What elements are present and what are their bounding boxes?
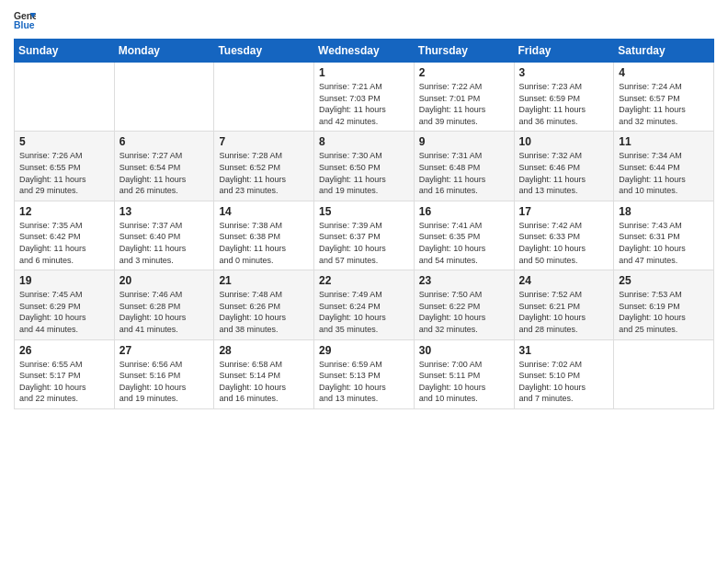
calendar-cell: 19Sunrise: 7:45 AM Sunset: 6:29 PM Dayli… (15, 270, 115, 339)
logo: General Blue (14, 9, 36, 31)
day-info: Sunrise: 7:21 AM Sunset: 7:03 PM Dayligh… (319, 81, 409, 127)
day-info: Sunrise: 7:37 AM Sunset: 6:40 PM Dayligh… (119, 220, 210, 266)
calendar-cell: 31Sunrise: 7:02 AM Sunset: 5:10 PM Dayli… (514, 339, 614, 408)
day-info: Sunrise: 6:55 AM Sunset: 5:17 PM Dayligh… (19, 359, 109, 405)
calendar-cell (114, 63, 214, 132)
calendar-table: SundayMondayTuesdayWednesdayThursdayFrid… (14, 39, 714, 409)
day-number: 29 (319, 344, 409, 357)
day-info: Sunrise: 7:41 AM Sunset: 6:35 PM Dayligh… (419, 220, 509, 266)
day-number: 19 (19, 274, 109, 287)
calendar-week-row: 12Sunrise: 7:35 AM Sunset: 6:42 PM Dayli… (15, 201, 714, 270)
day-info: Sunrise: 7:30 AM Sunset: 6:50 PM Dayligh… (319, 150, 409, 196)
calendar-cell: 23Sunrise: 7:50 AM Sunset: 6:22 PM Dayli… (414, 270, 514, 339)
calendar-cell: 16Sunrise: 7:41 AM Sunset: 6:35 PM Dayli… (414, 201, 514, 270)
day-info: Sunrise: 7:28 AM Sunset: 6:52 PM Dayligh… (219, 150, 309, 196)
weekday-header-sunday: Sunday (15, 40, 115, 63)
calendar-cell: 27Sunrise: 6:56 AM Sunset: 5:16 PM Dayli… (114, 339, 214, 408)
calendar-cell: 9Sunrise: 7:31 AM Sunset: 6:48 PM Daylig… (414, 132, 514, 201)
day-info: Sunrise: 7:26 AM Sunset: 6:55 PM Dayligh… (19, 150, 109, 196)
calendar-cell: 1Sunrise: 7:21 AM Sunset: 7:03 PM Daylig… (314, 63, 415, 132)
day-number: 1 (319, 66, 409, 79)
calendar-cell: 11Sunrise: 7:34 AM Sunset: 6:44 PM Dayli… (614, 132, 714, 201)
day-info: Sunrise: 7:02 AM Sunset: 5:10 PM Dayligh… (519, 359, 609, 405)
day-info: Sunrise: 7:53 AM Sunset: 6:19 PM Dayligh… (619, 289, 709, 335)
calendar-cell: 22Sunrise: 7:49 AM Sunset: 6:24 PM Dayli… (314, 270, 415, 339)
calendar-cell: 7Sunrise: 7:28 AM Sunset: 6:52 PM Daylig… (214, 132, 314, 201)
svg-text:Blue: Blue (14, 20, 35, 30)
calendar-week-row: 26Sunrise: 6:55 AM Sunset: 5:17 PM Dayli… (15, 339, 714, 408)
calendar-cell: 4Sunrise: 7:24 AM Sunset: 6:57 PM Daylig… (614, 63, 714, 132)
calendar-cell: 30Sunrise: 7:00 AM Sunset: 5:11 PM Dayli… (414, 339, 514, 408)
day-number: 26 (19, 344, 109, 357)
day-number: 22 (319, 274, 409, 287)
calendar-cell: 28Sunrise: 6:58 AM Sunset: 5:14 PM Dayli… (214, 339, 314, 408)
calendar-cell: 15Sunrise: 7:39 AM Sunset: 6:37 PM Dayli… (314, 201, 415, 270)
day-info: Sunrise: 7:42 AM Sunset: 6:33 PM Dayligh… (519, 220, 609, 266)
calendar-cell: 17Sunrise: 7:42 AM Sunset: 6:33 PM Dayli… (514, 201, 614, 270)
day-info: Sunrise: 7:23 AM Sunset: 6:59 PM Dayligh… (519, 81, 609, 127)
day-number: 13 (119, 205, 210, 218)
calendar-cell: 29Sunrise: 6:59 AM Sunset: 5:13 PM Dayli… (314, 339, 415, 408)
day-number: 8 (319, 135, 409, 148)
day-info: Sunrise: 7:31 AM Sunset: 6:48 PM Dayligh… (419, 150, 509, 196)
day-info: Sunrise: 7:27 AM Sunset: 6:54 PM Dayligh… (119, 150, 210, 196)
calendar-week-row: 5Sunrise: 7:26 AM Sunset: 6:55 PM Daylig… (15, 132, 714, 201)
day-info: Sunrise: 6:56 AM Sunset: 5:16 PM Dayligh… (119, 359, 210, 405)
day-number: 17 (519, 205, 609, 218)
calendar-cell: 26Sunrise: 6:55 AM Sunset: 5:17 PM Dayli… (15, 339, 115, 408)
calendar-cell: 5Sunrise: 7:26 AM Sunset: 6:55 PM Daylig… (15, 132, 115, 201)
calendar-cell: 14Sunrise: 7:38 AM Sunset: 6:38 PM Dayli… (214, 201, 314, 270)
day-number: 28 (219, 344, 309, 357)
weekday-header-saturday: Saturday (614, 40, 714, 63)
calendar-cell: 6Sunrise: 7:27 AM Sunset: 6:54 PM Daylig… (114, 132, 214, 201)
day-info: Sunrise: 7:24 AM Sunset: 6:57 PM Dayligh… (619, 81, 709, 127)
day-number: 10 (519, 135, 609, 148)
day-number: 24 (519, 274, 609, 287)
day-info: Sunrise: 6:59 AM Sunset: 5:13 PM Dayligh… (319, 359, 409, 405)
calendar-week-row: 19Sunrise: 7:45 AM Sunset: 6:29 PM Dayli… (15, 270, 714, 339)
day-info: Sunrise: 7:34 AM Sunset: 6:44 PM Dayligh… (619, 150, 709, 196)
day-number: 12 (19, 205, 109, 218)
day-info: Sunrise: 7:35 AM Sunset: 6:42 PM Dayligh… (19, 220, 109, 266)
day-number: 3 (519, 66, 609, 79)
day-number: 20 (119, 274, 210, 287)
calendar-cell: 13Sunrise: 7:37 AM Sunset: 6:40 PM Dayli… (114, 201, 214, 270)
day-number: 21 (219, 274, 309, 287)
day-info: Sunrise: 7:43 AM Sunset: 6:31 PM Dayligh… (619, 220, 709, 266)
day-number: 18 (619, 205, 709, 218)
calendar-cell: 20Sunrise: 7:46 AM Sunset: 6:28 PM Dayli… (114, 270, 214, 339)
day-info: Sunrise: 6:58 AM Sunset: 5:14 PM Dayligh… (219, 359, 309, 405)
weekday-header-friday: Friday (514, 40, 614, 63)
calendar-cell: 24Sunrise: 7:52 AM Sunset: 6:21 PM Dayli… (514, 270, 614, 339)
day-number: 9 (419, 135, 509, 148)
day-number: 27 (119, 344, 210, 357)
calendar-cell (214, 63, 314, 132)
day-info: Sunrise: 7:22 AM Sunset: 7:01 PM Dayligh… (419, 81, 509, 127)
header: General Blue (14, 9, 714, 31)
day-info: Sunrise: 7:00 AM Sunset: 5:11 PM Dayligh… (419, 359, 509, 405)
calendar-cell: 3Sunrise: 7:23 AM Sunset: 6:59 PM Daylig… (514, 63, 614, 132)
day-number: 6 (119, 135, 210, 148)
day-info: Sunrise: 7:48 AM Sunset: 6:26 PM Dayligh… (219, 289, 309, 335)
day-number: 25 (619, 274, 709, 287)
day-number: 16 (419, 205, 509, 218)
page: General Blue SundayMondayTuesdayWednesda… (0, 0, 728, 563)
day-number: 4 (619, 66, 709, 79)
day-number: 7 (219, 135, 309, 148)
day-info: Sunrise: 7:38 AM Sunset: 6:38 PM Dayligh… (219, 220, 309, 266)
weekday-header-thursday: Thursday (414, 40, 514, 63)
day-info: Sunrise: 7:49 AM Sunset: 6:24 PM Dayligh… (319, 289, 409, 335)
day-number: 2 (419, 66, 509, 79)
day-info: Sunrise: 7:32 AM Sunset: 6:46 PM Dayligh… (519, 150, 609, 196)
calendar-cell: 8Sunrise: 7:30 AM Sunset: 6:50 PM Daylig… (314, 132, 415, 201)
calendar-cell (614, 339, 714, 408)
day-number: 31 (519, 344, 609, 357)
weekday-header-row: SundayMondayTuesdayWednesdayThursdayFrid… (15, 40, 714, 63)
day-number: 23 (419, 274, 509, 287)
calendar-cell: 21Sunrise: 7:48 AM Sunset: 6:26 PM Dayli… (214, 270, 314, 339)
day-info: Sunrise: 7:46 AM Sunset: 6:28 PM Dayligh… (119, 289, 210, 335)
calendar-cell: 12Sunrise: 7:35 AM Sunset: 6:42 PM Dayli… (15, 201, 115, 270)
day-info: Sunrise: 7:39 AM Sunset: 6:37 PM Dayligh… (319, 220, 409, 266)
day-number: 30 (419, 344, 509, 357)
day-number: 15 (319, 205, 409, 218)
